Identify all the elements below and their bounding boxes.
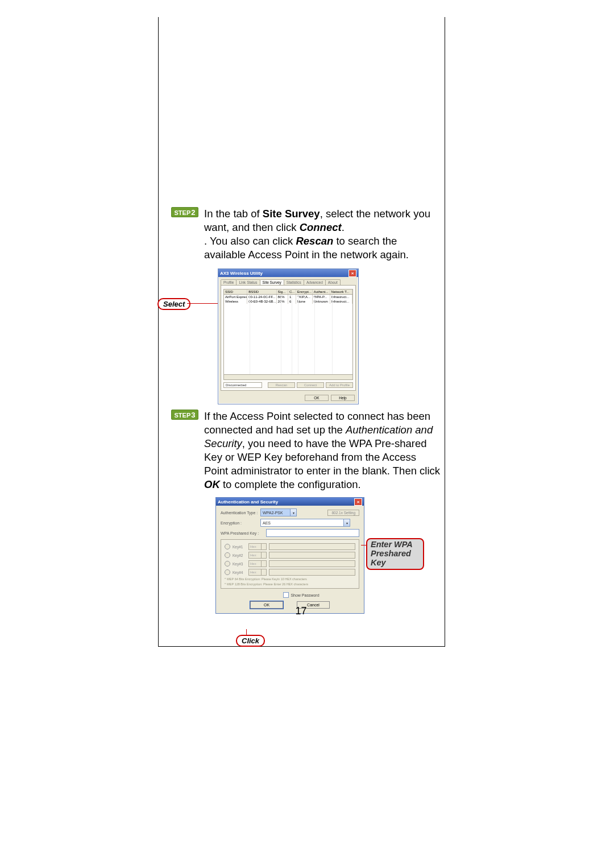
step3-badge: STEP3 (171, 410, 198, 420)
psk-label: WPA Preshared Key : (221, 531, 266, 535)
close-icon[interactable]: × (354, 498, 362, 506)
wep-help2: * WEP 128 Bits Encryption: Please Enter … (225, 582, 355, 586)
auth-dialog-wrap: Authentication and Security × Authentica… (159, 497, 445, 646)
radio-key2[interactable] (225, 552, 230, 558)
s3-b1: OK (204, 478, 220, 490)
radio-key1[interactable] (225, 544, 230, 549)
ok-button[interactable]: OK (305, 395, 329, 401)
chevron-down-icon (261, 569, 266, 575)
tab-about[interactable]: About (325, 279, 341, 285)
tab-advanced[interactable]: Advanced (304, 279, 326, 285)
step2-text: In the tab of Site Survey, select the ne… (204, 207, 441, 262)
manual-page: STEP2 In the tab of Site Survey, select … (158, 17, 445, 647)
col-bssid[interactable]: BSSID (247, 290, 276, 294)
wep-key2-row: Key#2 Hex (225, 552, 355, 559)
show-password-checkbox[interactable]: Show Password (283, 592, 319, 598)
cell-auth: Unknown (313, 299, 330, 304)
key3-fmt: Hex (250, 562, 256, 565)
wep-key3-row: Key#3 Hex (225, 560, 355, 567)
cell-net: Infrastruct... (330, 295, 352, 299)
encryption-value: AES (263, 521, 271, 525)
network-grid: SSID BSSID Sig... C... Encrypt... Authen… (223, 289, 353, 380)
encryption-row: Encryption : AES ▾ (221, 519, 359, 527)
wep-key4-row: Key#4 Hex (225, 569, 355, 576)
tab-site-survey[interactable]: Site Survey (260, 279, 284, 285)
col-auth[interactable]: Authent... (313, 290, 330, 294)
auth-title: Authentication and Security (218, 499, 278, 505)
site-survey-window: AX3 Wireless Utility × Profile Link Stat… (218, 268, 359, 404)
window-titlebar: AX3 Wireless Utility × (218, 269, 358, 277)
auth-type-select[interactable]: WPA2-PSK ▾ (260, 509, 297, 516)
cell-enc: TKIP,A... (296, 295, 313, 299)
scroll-left-icon[interactable]: ‹ (224, 375, 230, 379)
step3-text: If the Access Point selected to connect … (204, 410, 441, 491)
key1-label: Key#1 (233, 545, 246, 549)
encryption-select[interactable]: AES ▾ (260, 519, 350, 527)
cell-sig: 20% (277, 299, 288, 304)
show-password-label: Show Password (291, 593, 319, 597)
auth-titlebar: Authentication and Security × (216, 498, 364, 506)
step3-row: STEP3 If the Access Point selected to co… (159, 410, 445, 491)
cell-bssid: 00-11-24-0C-FF... (247, 295, 276, 299)
table-row[interactable]: AirPort Express 00-11-24-0C-FF... 86% 1 … (224, 295, 352, 299)
rescan-button[interactable]: Rescan (268, 382, 295, 388)
step2-bi2: Rescan (296, 235, 333, 247)
step2-badge: STEP2 (171, 207, 198, 217)
connect-button[interactable]: Connect (297, 382, 324, 388)
col-c[interactable]: C... (288, 290, 296, 294)
close-icon[interactable]: × (349, 270, 356, 277)
wep-box: Key#1 Hex Key#2 Hex Key#3 Hex (221, 539, 359, 589)
add-profile-button[interactable]: Add to Profile (326, 382, 353, 388)
grid-body[interactable]: AirPort Express 00-11-24-0C-FF... 86% 1 … (224, 295, 352, 379)
auth-body: Authentication Type : WPA2-PSK ▾ 802.1x … (216, 506, 364, 610)
encryption-label: Encryption : (221, 521, 260, 525)
key2-label: Key#2 (233, 553, 246, 557)
key2-format[interactable]: Hex (248, 552, 267, 559)
grid-header: SSID BSSID Sig... C... Encrypt... Authen… (224, 290, 352, 295)
step2-t1: In the tab of (204, 208, 263, 220)
cell-net: Infrastruct... (330, 299, 352, 304)
table-row[interactable]: Wireless 00-E0-4B-32-6B... 20% 6 None Un… (224, 299, 352, 304)
cell-enc: None (296, 299, 313, 304)
radio-key3[interactable] (225, 561, 230, 567)
key1-format[interactable]: Hex (248, 543, 267, 550)
key4-label: Key#4 (233, 571, 246, 574)
tab-profile[interactable]: Profile (221, 279, 237, 285)
step2-bi1: Connect (300, 221, 342, 233)
key4-input[interactable] (269, 569, 355, 576)
key4-format[interactable]: Hex (248, 569, 267, 576)
scroll-right-icon[interactable]: › (347, 375, 352, 379)
col-sig[interactable]: Sig... (277, 290, 288, 294)
auth-type-label: Authentication Type : (221, 511, 260, 515)
auth-type-value: WPA2-PSK (263, 511, 283, 515)
tab-link-status[interactable]: Link Status (236, 279, 260, 285)
key4-fmt: Hex (250, 571, 256, 574)
auth-type-row: Authentication Type : WPA2-PSK ▾ 802.1x … (221, 509, 359, 516)
s3-t3: to complete the configuration. (220, 478, 361, 490)
psk-input[interactable] (266, 529, 359, 537)
key2-fmt: Hex (250, 553, 256, 557)
callout-click: Click (236, 635, 265, 647)
key2-input[interactable] (269, 552, 355, 559)
8021x-setting-button[interactable]: 802.1x Setting (327, 510, 359, 516)
key3-format[interactable]: Hex (248, 560, 267, 567)
tabs: Profile Link Status Site Survey Statisti… (221, 279, 356, 285)
help-button[interactable]: Help (331, 395, 355, 401)
step2-b1: Site Survey (263, 208, 320, 220)
key3-input[interactable] (269, 560, 355, 567)
window-ok-row: OK Help (218, 393, 358, 404)
chevron-down-icon (261, 544, 266, 549)
step2-row: STEP2 In the tab of Site Survey, select … (159, 207, 445, 262)
col-enc[interactable]: Encrypt... (296, 290, 313, 294)
col-ssid[interactable]: SSID (224, 290, 247, 294)
window-title: AX3 Wireless Utility (220, 271, 263, 276)
col-net[interactable]: Network T... (330, 290, 352, 294)
radio-key4[interactable] (225, 569, 230, 575)
cell-ssid: Wireless (224, 299, 247, 304)
chevron-down-icon (261, 552, 266, 558)
callout-enter-wpa: Enter WPA Preshared Key (366, 538, 424, 570)
key1-input[interactable] (269, 543, 355, 550)
key1-fmt: Hex (250, 545, 256, 548)
tab-statistics[interactable]: Statistics (284, 279, 304, 285)
auth-foot: Show Password (221, 592, 359, 598)
